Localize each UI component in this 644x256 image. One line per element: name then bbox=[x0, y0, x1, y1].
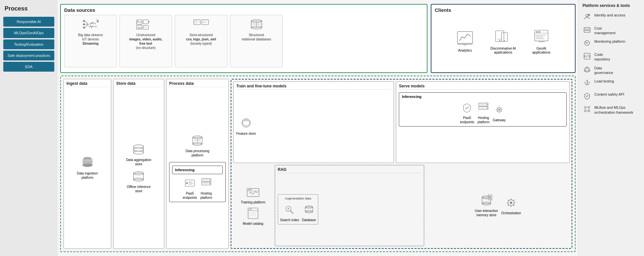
data-ingestion-label: Data ingestionplatform bbox=[77, 171, 98, 180]
data-aggregation-label: Data aggregationstore bbox=[126, 158, 151, 166]
svg-point-47 bbox=[88, 157, 91, 160]
data-sources-title: Data sources bbox=[64, 7, 424, 13]
serve-inferencing-items: PaaSendpoints bbox=[402, 101, 564, 124]
svg-point-43 bbox=[83, 164, 92, 167]
rs-mlflow: MLflow and MLOps orchestration framework bbox=[582, 104, 640, 116]
clients-items: Analytics Discrimi bbox=[435, 15, 572, 67]
bottom-row: Ingest data bbox=[60, 76, 576, 252]
monitoring-icon bbox=[582, 39, 592, 48]
hosting-platform-serve-icon bbox=[478, 101, 489, 114]
svg-point-149 bbox=[588, 110, 590, 112]
data-aggregation-item: Data aggregationstore bbox=[126, 143, 151, 166]
svg-point-49 bbox=[134, 148, 143, 151]
gateway-label: Gateway bbox=[493, 118, 505, 122]
sidebar-btn-eda[interactable]: EDA bbox=[3, 62, 54, 72]
load-testing-icon bbox=[582, 79, 592, 88]
sidebar-btn-responsible-ai[interactable]: Responsible AI bbox=[3, 17, 54, 27]
hosting-platform-proc-icon bbox=[201, 176, 212, 190]
svg-rect-130 bbox=[585, 30, 586, 31]
rs-monitoring: Monitoring platform bbox=[582, 38, 640, 49]
svg-line-123 bbox=[508, 204, 509, 206]
svg-point-48 bbox=[134, 145, 143, 148]
user-interaction-icon bbox=[479, 194, 493, 207]
gateway-item: Gateway bbox=[493, 103, 505, 122]
svg-line-121 bbox=[513, 204, 515, 206]
content-safety-icon bbox=[582, 92, 592, 101]
svg-rect-39 bbox=[535, 38, 544, 39]
svg-rect-37 bbox=[535, 35, 546, 35]
rs-data-gov: Datagovernance bbox=[582, 65, 640, 76]
sidebar-btn-testing[interactable]: Testing/Evaluation bbox=[3, 39, 54, 49]
svg-line-91 bbox=[497, 111, 498, 112]
svg-rect-35 bbox=[536, 31, 538, 33]
rs-content-safety: Content safety API bbox=[582, 91, 640, 102]
sidebar-btn-mlops[interactable]: MLOps/GenAIOps bbox=[3, 28, 54, 38]
search-index-item: Search index bbox=[280, 203, 299, 222]
svg-line-5 bbox=[85, 24, 89, 28]
gateway-icon bbox=[494, 103, 504, 117]
client-genai: GenAIapplications bbox=[525, 28, 558, 54]
svg-point-62 bbox=[186, 182, 188, 184]
rs-identity-label: Identity and access bbox=[594, 13, 625, 17]
semi-structured-label: Semi-structuredcsv, logs, json, xml(loos… bbox=[186, 33, 216, 46]
rs-load-testing-label: Load testing bbox=[594, 79, 614, 83]
svg-point-1 bbox=[83, 20, 85, 22]
paas-endpoints-serve-label: PaaSendpoints bbox=[460, 116, 474, 124]
pipeline-outer: Ingest data bbox=[60, 76, 576, 252]
svg-line-88 bbox=[497, 107, 498, 108]
paas-endpoints-proc-label: PaaSendpoints bbox=[183, 191, 197, 200]
svg-point-83 bbox=[498, 109, 500, 110]
svg-point-95 bbox=[250, 189, 251, 191]
data-sources-box: Data sources bbox=[60, 4, 427, 73]
train-title: Train and fine-tune models bbox=[236, 84, 391, 90]
svg-line-3 bbox=[85, 21, 89, 24]
client-analytics: Analytics bbox=[449, 30, 481, 52]
svg-rect-40 bbox=[538, 41, 544, 42]
user-interaction-label: User-interactionmemory store bbox=[475, 209, 498, 217]
rs-identity: Identity and access bbox=[582, 12, 640, 23]
top-row: Data sources bbox=[60, 4, 576, 73]
main-area: Data sources bbox=[58, 0, 578, 256]
clients-title: Clients bbox=[435, 7, 572, 13]
data-ingestion-icon bbox=[81, 156, 94, 170]
hosting-platform-serve-label: Hostingplatform bbox=[477, 116, 489, 124]
svg-point-8 bbox=[137, 21, 138, 22]
offline-inference-icon bbox=[132, 170, 145, 183]
data-gov-icon bbox=[582, 66, 592, 75]
model-catalog-item: Model catalog bbox=[243, 206, 263, 226]
code-repo-icon bbox=[582, 53, 592, 61]
paas-endpoints-proc-item: PaaSendpoints bbox=[183, 176, 197, 200]
rs-cost-label: Costmanagement bbox=[594, 26, 615, 35]
data-processing-icon bbox=[191, 134, 204, 148]
analytics-icon bbox=[457, 30, 473, 46]
svg-point-147 bbox=[588, 106, 590, 108]
structured-label: Structuredrelational databases bbox=[242, 33, 271, 41]
mlflow-icon bbox=[582, 105, 592, 114]
process-title: Process data bbox=[169, 81, 226, 87]
model-catalog-label: Model catalog bbox=[243, 221, 263, 226]
genai-icon bbox=[533, 28, 550, 44]
big-data-icon bbox=[81, 18, 100, 31]
rs-monitoring-label: Monitoring platform bbox=[594, 39, 625, 44]
rs-code-repo: Coderepository bbox=[582, 51, 640, 63]
svg-marker-10 bbox=[148, 21, 150, 23]
sidebar-btn-safe-deployment[interactable]: Safe deployment practices bbox=[3, 51, 54, 60]
cost-icon bbox=[582, 26, 592, 35]
svg-text:Abc: Abc bbox=[137, 26, 142, 29]
training-platform-icon bbox=[246, 185, 260, 199]
process-items: Data processingplatform Inferencing bbox=[169, 89, 226, 246]
svg-point-69 bbox=[209, 183, 211, 184]
offline-inference-label: Offline inferencestore bbox=[127, 185, 151, 193]
serve-section: Serve models Inferencing bbox=[396, 81, 570, 163]
svg-point-75 bbox=[246, 120, 249, 122]
svg-point-115 bbox=[510, 201, 512, 204]
svg-line-134 bbox=[585, 41, 587, 43]
svg-rect-131 bbox=[586, 30, 588, 31]
svg-line-143 bbox=[585, 68, 587, 70]
ingest-title: Ingest data bbox=[66, 81, 108, 87]
data-sources-items: Big data streamsIoT devicesStreaming bbox=[64, 15, 424, 67]
search-index-label: Search index bbox=[280, 218, 299, 222]
serve-title: Serve models bbox=[399, 84, 567, 90]
hosting-platform-proc-item: Hostingplatform bbox=[200, 176, 212, 200]
serve-inferencing-box: Inferencing bbox=[399, 92, 567, 127]
